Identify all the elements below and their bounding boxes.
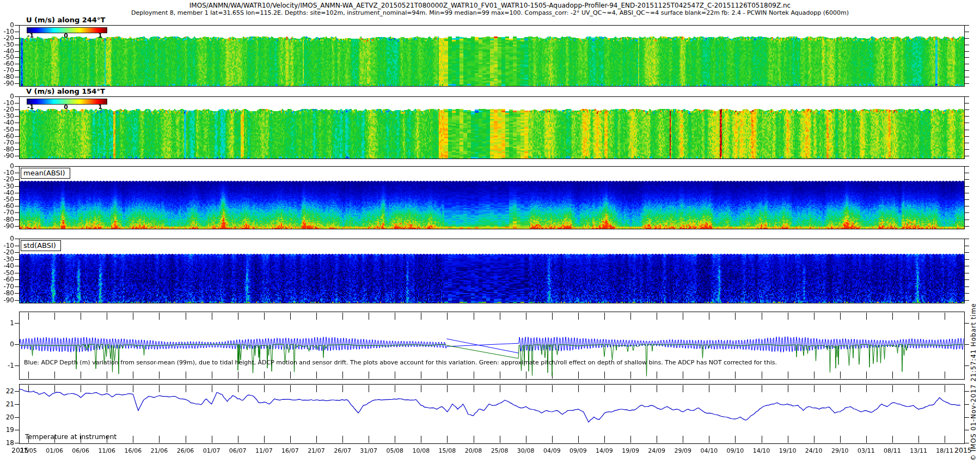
- y-tick-mark: [965, 64, 969, 64]
- y-tick-mark: [965, 287, 969, 287]
- y-tick-label: -90: [0, 297, 14, 304]
- x-tick-label: 20/08: [462, 447, 486, 454]
- y-tick-mark: [15, 273, 19, 273]
- colorbar-tick-label: 1: [98, 32, 102, 39]
- y-tick-mark: [965, 38, 969, 39]
- y-tick-mark: [15, 45, 19, 45]
- y-tick-label: 21: [0, 401, 14, 408]
- y-tick-mark: [15, 259, 19, 260]
- y-tick-mark: [15, 123, 19, 123]
- panel-temperature: Temperature at instrument: [19, 384, 965, 444]
- y-tick-mark: [965, 226, 969, 227]
- y-tick-mark: [965, 103, 969, 103]
- panel-mean-absi-title: mean(ABSI): [21, 168, 70, 179]
- x-tick-label: 26/06: [174, 447, 198, 454]
- x-tick-label: 21/07: [304, 447, 328, 454]
- y-tick-mark: [15, 344, 19, 345]
- y-tick-mark: [965, 179, 969, 180]
- y-tick-mark: [15, 220, 19, 220]
- y-tick-mark: [15, 130, 19, 130]
- y-tick-mark: [15, 391, 19, 392]
- y-tick-mark: [15, 149, 19, 150]
- panel-v-heatmap: -1 0 1: [19, 96, 965, 159]
- y-tick-mark: [965, 365, 969, 366]
- y-tick-mark: [965, 344, 969, 345]
- y-tick-mark: [15, 293, 19, 294]
- x-tick-label: 05/08: [383, 447, 407, 454]
- colorbar-tick-label: 0: [64, 32, 68, 39]
- y-tick-mark: [15, 32, 19, 32]
- x-tick-label: 11/06: [95, 447, 119, 454]
- y-tick-mark: [15, 266, 19, 266]
- v-heatmap-canvas: [20, 97, 964, 159]
- x-tick-label: 10/08: [409, 447, 433, 454]
- x-tick-label: 25/08: [488, 447, 512, 454]
- figure-title-line2: Deployment 8, member 1 lat=31.65S lon=11…: [0, 9, 980, 16]
- y-tick-label: -90: [0, 223, 14, 230]
- y-tick-mark: [15, 96, 19, 97]
- y-tick-mark: [15, 365, 19, 366]
- y-tick-mark: [15, 193, 19, 193]
- v-colorbar: -1 0 1: [27, 99, 108, 112]
- depth-variation-canvas: [20, 312, 964, 379]
- y-tick-mark: [15, 404, 19, 405]
- std-absi-heatmap-canvas: [20, 239, 964, 303]
- y-tick-mark: [965, 77, 969, 77]
- x-tick-label: 18/11: [933, 447, 957, 454]
- y-tick-mark: [965, 70, 969, 71]
- x-tick-label: 19/10: [776, 447, 800, 454]
- y-tick-mark: [965, 300, 969, 301]
- y-tick-mark: [15, 83, 19, 84]
- x-tick-label: 11/07: [252, 447, 276, 454]
- y-tick-mark: [15, 77, 19, 77]
- y-tick-mark: [965, 417, 969, 418]
- y-tick-mark: [965, 293, 969, 294]
- u-colorbar: -1 0 1: [27, 27, 108, 40]
- y-tick-mark: [965, 239, 969, 239]
- x-tick-label: 27/05: [16, 447, 40, 454]
- y-tick-mark: [965, 279, 969, 280]
- x-tick-label: 06/06: [69, 447, 93, 454]
- y-tick-mark: [965, 323, 969, 324]
- x-tick-label: 31/07: [357, 447, 381, 454]
- x-tick-label: 30/08: [514, 447, 538, 454]
- y-tick-mark: [965, 212, 969, 213]
- y-tick-mark: [15, 199, 19, 200]
- y-tick-mark: [965, 96, 969, 97]
- x-tick-label: 08/11: [880, 447, 904, 454]
- colorbar-tick-label: 0: [64, 103, 68, 111]
- y-tick-mark: [15, 103, 19, 103]
- y-tick-mark: [965, 51, 969, 52]
- panel-depth-variation: Blue: ADCP Depth (m) variation from sens…: [19, 312, 965, 380]
- y-tick-mark: [965, 156, 969, 156]
- figure-title-line1: IMOS/ANMN/WA/WATR10/Velocity/IMOS_ANMN-W…: [0, 2, 980, 9]
- y-tick-mark: [15, 279, 19, 280]
- y-tick-mark: [15, 430, 19, 430]
- y-tick-mark: [965, 149, 969, 150]
- x-tick-label: 06/07: [226, 447, 250, 454]
- x-tick-label: 09/09: [566, 447, 590, 454]
- x-tick-label: 01/07: [200, 447, 224, 454]
- y-tick-mark: [965, 186, 969, 187]
- y-tick-mark: [15, 51, 19, 52]
- y-tick-mark: [965, 130, 969, 130]
- y-tick-mark: [15, 116, 19, 117]
- y-tick-label: 1: [0, 320, 14, 327]
- colorbar-tick-label: -1: [27, 32, 34, 39]
- y-tick-mark: [15, 173, 19, 173]
- y-tick-mark: [965, 206, 969, 206]
- y-tick-mark: [15, 57, 19, 58]
- x-tick-label: 15/08: [435, 447, 459, 454]
- panel-std-absi-heatmap: std(ABSI): [19, 239, 965, 303]
- x-tick-label: 24/09: [645, 447, 669, 454]
- y-tick-mark: [15, 300, 19, 301]
- y-tick-mark: [965, 143, 969, 143]
- y-tick-mark: [965, 199, 969, 200]
- y-tick-mark: [965, 173, 969, 173]
- depth-variation-annotation: Blue: ADCP Depth (m) variation from sens…: [24, 359, 777, 366]
- x-tick-label: 16/06: [121, 447, 145, 454]
- y-tick-label: 19: [0, 427, 14, 434]
- y-tick-mark: [965, 45, 969, 45]
- y-tick-mark: [965, 116, 969, 117]
- x-tick-label: 16/07: [278, 447, 302, 454]
